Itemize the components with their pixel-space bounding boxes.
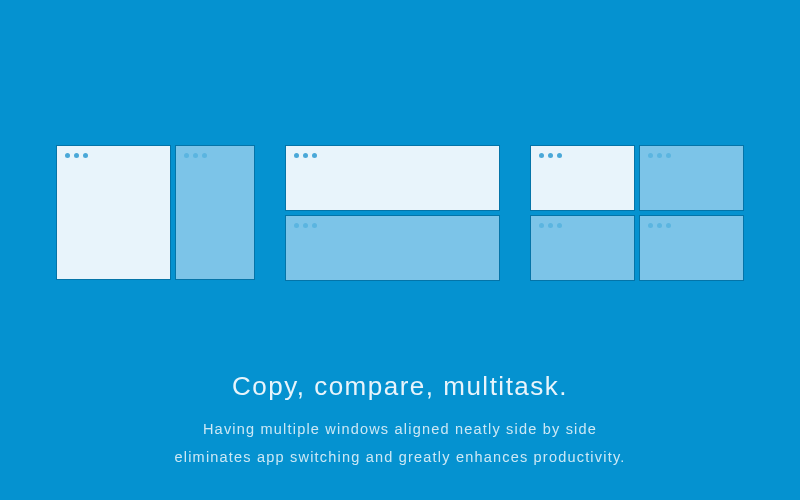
window-mock-wide-bottom — [285, 215, 500, 281]
traffic-lights-icon — [539, 223, 562, 228]
window-mock-q1 — [530, 145, 635, 211]
window-mock-large-left — [56, 145, 171, 280]
traffic-lights-icon — [294, 153, 317, 158]
traffic-lights-icon — [65, 153, 88, 158]
window-mock-narrow-right — [175, 145, 255, 280]
layout-top-bottom — [285, 145, 500, 281]
traffic-lights-icon — [184, 153, 207, 158]
traffic-lights-icon — [648, 153, 671, 158]
window-mock-wide-top — [285, 145, 500, 211]
layout-quadrants — [530, 145, 744, 281]
subtext-line-1: Having multiple windows aligned neatly s… — [175, 416, 626, 444]
traffic-lights-icon — [539, 153, 562, 158]
traffic-lights-icon — [648, 223, 671, 228]
window-mock-q4 — [639, 215, 744, 281]
window-mock-q3 — [530, 215, 635, 281]
subtext-line-2: eliminates app switching and greatly enh… — [175, 444, 626, 472]
subtext: Having multiple windows aligned neatly s… — [175, 416, 626, 471]
headline-text: Copy, compare, multitask. — [232, 371, 568, 402]
window-layouts-illustration — [56, 145, 744, 281]
traffic-lights-icon — [294, 223, 317, 228]
window-mock-q2 — [639, 145, 744, 211]
layout-left-right — [56, 145, 255, 281]
